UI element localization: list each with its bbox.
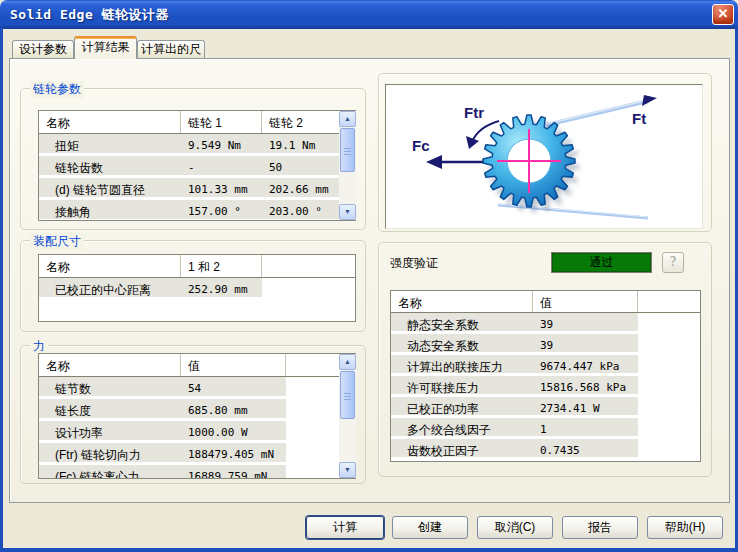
scroll-up-icon[interactable]: ▲ <box>339 111 356 127</box>
sprocket-diagram-svg: Ftr Ft Fc <box>386 85 702 228</box>
cell-value <box>638 355 700 376</box>
help-icon[interactable]: ? <box>662 252 684 273</box>
force-diagram: Ftr Ft Fc <box>385 84 703 229</box>
table-row[interactable]: 静态安全系数39 <box>391 313 700 334</box>
table-row[interactable]: 接触角157.00 °203.00 ° <box>39 200 355 221</box>
report-button[interactable]: 报告 <box>562 516 638 539</box>
cell-name: 链节数 <box>39 377 181 399</box>
ft-label: Ft <box>632 110 646 127</box>
cell-value <box>638 460 700 462</box>
help-button[interactable]: 帮助(H) <box>647 516 723 539</box>
cell-name: 链轮齿数 <box>39 156 181 178</box>
column-header: 1 和 2 <box>181 255 262 277</box>
table-row[interactable]: (Ftr) 链轮切向力188479.405 mN <box>39 443 355 465</box>
create-button[interactable]: 创建 <box>392 516 468 539</box>
cell-name <box>391 460 533 462</box>
cell-value: 50 <box>262 156 340 178</box>
scroll-down-icon[interactable]: ▼ <box>339 462 356 478</box>
cell-name: 许可联接压力 <box>391 376 533 397</box>
column-header: 名称 <box>39 255 181 277</box>
window-border-bottom <box>0 548 738 552</box>
cell-name: (Fc) 链轮离心力 <box>39 465 181 479</box>
cell-name: 齿数校正因子 <box>391 439 533 460</box>
cell-value: 39 <box>533 334 638 355</box>
tab-calc-results[interactable]: 计算结果 <box>74 36 137 59</box>
column-header: 名称 <box>39 111 181 133</box>
forces-scrollbar[interactable]: ▲ ▼ <box>339 354 356 478</box>
column-header <box>638 291 700 312</box>
cell-name: 多个绞合线因子 <box>391 418 533 439</box>
table-row[interactable]: 链节数54 <box>39 377 355 399</box>
cell-name: 动态安全系数 <box>391 334 533 355</box>
table-row[interactable] <box>391 460 700 462</box>
table-header-row: 名称链轮 1链轮 2 <box>39 111 355 134</box>
close-icon[interactable]: ✕ <box>712 4 734 25</box>
calculate-button[interactable]: 计算 <box>306 516 384 539</box>
cell-value: 188479.405 mN <box>181 443 286 465</box>
cell-name: 计算出的联接压力 <box>391 355 533 376</box>
column-header: 名称 <box>39 354 181 376</box>
cancel-button[interactable]: 取消(C) <box>477 516 553 539</box>
fc-arrowhead <box>426 155 442 169</box>
column-header <box>286 354 338 376</box>
column-header: 链轮 1 <box>181 111 262 133</box>
table-row[interactable] <box>39 300 355 322</box>
cell-value: 9674.447 kPa <box>533 355 638 376</box>
table-row[interactable]: 已校正的功率2734.41 W <box>391 397 700 418</box>
cell-name: (Ftr) 链轮切向力 <box>39 443 181 465</box>
cell-name: 静态安全系数 <box>391 313 533 334</box>
cell-value: 39 <box>533 313 638 334</box>
table-row[interactable]: 许可联接压力15816.568 kPa <box>391 376 700 397</box>
cell-value <box>638 397 700 418</box>
column-header: 值 <box>181 354 286 376</box>
cell-value: 252.90 mm <box>181 278 262 300</box>
strength-label: 强度验证 <box>390 255 438 272</box>
scrollbar-thumb[interactable] <box>340 128 355 172</box>
scroll-down-icon[interactable]: ▼ <box>339 204 356 220</box>
assembly-dims-table: 名称1 和 2已校正的中心距离252.90 mm <box>38 254 356 322</box>
table-row[interactable]: 齿数校正因子0.7435 <box>391 439 700 460</box>
table-row[interactable]: 计算出的联接压力9674.447 kPa <box>391 355 700 376</box>
cell-name: 接触角 <box>39 200 181 221</box>
groupbox-assembly-dims-title: 装配尺寸 <box>30 233 84 250</box>
cell-value <box>638 376 700 397</box>
cell-name: 已校正的功率 <box>391 397 533 418</box>
table-row[interactable]: (Fc) 链轮离心力16889.759 mN <box>39 465 355 479</box>
ftr-arrowhead <box>466 136 479 149</box>
table-row[interactable]: 动态安全系数39 <box>391 334 700 355</box>
table-row[interactable]: 链轮齿数-50 <box>39 156 355 178</box>
ft-arrowhead <box>642 95 657 106</box>
table-row[interactable]: 多个绞合线因子1 <box>391 418 700 439</box>
window-title: Solid Edge 链轮设计器 <box>10 6 169 24</box>
cell-name: (d) 链轮节圆直径 <box>39 178 181 200</box>
cell-value: 19.1 Nm <box>262 134 340 156</box>
cell-value <box>286 377 338 399</box>
cell-value: 1000.00 W <box>181 421 286 443</box>
cell-value <box>286 421 338 443</box>
titlebar[interactable]: Solid Edge 链轮设计器 ✕ <box>0 0 738 29</box>
table-row[interactable]: (d) 链轮节圆直径101.33 mm202.66 mm <box>39 178 355 200</box>
cell-value: 15816.568 kPa <box>533 376 638 397</box>
cell-value: 157.00 ° <box>181 200 262 221</box>
cell-value: 54 <box>181 377 286 399</box>
cell-value <box>286 443 338 465</box>
cell-value <box>638 418 700 439</box>
cell-value <box>286 465 338 479</box>
cell-value <box>638 439 700 460</box>
table-row[interactable]: 已校正的中心距离252.90 mm <box>39 278 355 300</box>
scrollbar-thumb[interactable] <box>340 371 355 419</box>
cell-value <box>262 278 355 300</box>
tab-design-params[interactable]: 设计参数 <box>12 40 74 58</box>
sprocket-params-scrollbar[interactable]: ▲ ▼ <box>339 111 356 220</box>
fc-label: Fc <box>412 137 430 154</box>
table-row[interactable]: 扭矩9.549 Nm19.1 Nm <box>39 134 355 156</box>
table-row[interactable]: 设计功率1000.00 W <box>39 421 355 443</box>
cell-value: 685.80 mm <box>181 399 286 421</box>
table-row[interactable]: 链长度685.80 mm <box>39 399 355 421</box>
tab-calc-dimensions[interactable]: 计算出的尺寸 <box>137 40 205 58</box>
column-header: 链轮 2 <box>262 111 340 133</box>
cell-name: 链长度 <box>39 399 181 421</box>
scroll-up-icon[interactable]: ▲ <box>339 354 356 370</box>
cell-value <box>262 300 355 322</box>
cell-value: 9.549 Nm <box>181 134 262 156</box>
